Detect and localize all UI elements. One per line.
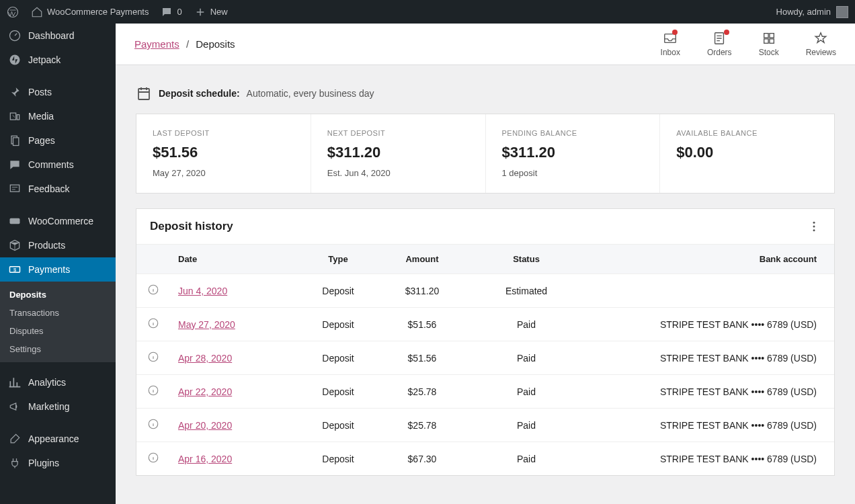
deposit-amount: $51.56 [378, 343, 466, 373]
summary-amount: $0.00 [676, 144, 818, 161]
th-bank[interactable]: Bank account [587, 245, 834, 274]
svg-rect-13 [764, 39, 768, 43]
info-icon[interactable] [147, 452, 159, 464]
pages-icon [8, 134, 22, 147]
summary-grid: LAST DEPOSIT$51.56May 27, 2020NEXT DEPOS… [136, 114, 835, 194]
svg-rect-11 [764, 34, 768, 38]
sidebar-item-label: Products [28, 240, 65, 251]
sidebar-item-feedback[interactable]: Feedback [0, 177, 116, 201]
sidebar-item-label: WooCommerce [28, 216, 93, 226]
deposit-status: Paid [466, 411, 587, 440]
th-date[interactable]: Date [170, 245, 298, 274]
svg-point-18 [813, 229, 815, 231]
nav-inbox[interactable]: Inbox [661, 31, 680, 57]
sidebar-item-woocommerce[interactable]: WooCommerce [0, 209, 116, 233]
main-content: Payments / Deposits Inbox Orders Stock R… [116, 24, 855, 504]
comments-shortcut[interactable]: 0 [161, 6, 181, 18]
nav-reviews[interactable]: Reviews [806, 31, 836, 57]
table-header-row: Date Type Amount Status Bank account [136, 245, 834, 274]
nav-stock[interactable]: Stock [759, 31, 779, 57]
megaphone-icon [8, 400, 22, 413]
sidebar-item-dashboard[interactable]: Dashboard [0, 24, 116, 48]
site-home[interactable]: WooCommerce Payments [31, 6, 149, 18]
deposit-status: Estimated [466, 276, 587, 306]
svg-rect-5 [10, 185, 19, 192]
deposit-date-link[interactable]: Apr 22, 2020 [178, 386, 232, 397]
deposit-date-link[interactable]: Apr 28, 2020 [178, 353, 232, 364]
sidebar-item-plugins[interactable]: Plugins [0, 451, 116, 475]
submenu-item-deposits[interactable]: Deposits [0, 286, 116, 304]
overflow-menu-icon[interactable] [807, 220, 821, 233]
woo-icon [8, 214, 22, 228]
sidebar-item-payments[interactable]: $Payments [0, 257, 116, 282]
sidebar-item-appearance[interactable]: Appearance [0, 427, 116, 451]
sidebar-item-posts[interactable]: Posts [0, 80, 116, 104]
th-amount[interactable]: Amount [378, 245, 466, 274]
admin-bar: WooCommerce Payments 0 New Howdy, admin [0, 0, 855, 24]
th-type[interactable]: Type [298, 245, 378, 274]
submenu-item-transactions[interactable]: Transactions [0, 304, 116, 322]
media-icon [8, 110, 22, 123]
table-row: Apr 20, 2020Deposit$25.78PaidSTRIPE TEST… [136, 409, 834, 442]
deposit-schedule: Deposit schedule: Automatic, every busin… [136, 85, 835, 101]
th-status[interactable]: Status [466, 245, 587, 274]
svg-point-0 [8, 7, 18, 17]
stock-icon [762, 31, 776, 46]
summary-cell-3: AVAILABLE BALANCE$0.00 [660, 114, 834, 193]
deposit-date-link[interactable]: Jun 4, 2020 [178, 286, 227, 296]
svg-point-2 [10, 55, 20, 65]
sidebar-item-products[interactable]: Products [0, 233, 116, 257]
info-icon[interactable] [147, 351, 159, 363]
summary-title: LAST DEPOSIT [153, 129, 294, 137]
sidebar-item-analytics[interactable]: Analytics [0, 370, 116, 394]
submenu-item-disputes[interactable]: Disputes [0, 322, 116, 340]
summary-title: AVAILABLE BALANCE [676, 129, 818, 137]
avatar[interactable] [836, 6, 848, 18]
deposit-status: Paid [466, 377, 587, 407]
plug-icon [8, 456, 22, 470]
sidebar-item-marketing[interactable]: Marketing [0, 394, 116, 419]
deposit-status: Paid [466, 310, 587, 339]
payments-submenu: DepositsTransactionsDisputesSettings [0, 282, 116, 362]
deposit-date-link[interactable]: May 27, 2020 [178, 319, 235, 330]
table-row: Apr 22, 2020Deposit$25.78PaidSTRIPE TEST… [136, 375, 834, 409]
sidebar-item-comments[interactable]: Comments [0, 153, 116, 177]
deposit-date-link[interactable]: Apr 16, 2020 [178, 454, 232, 464]
page-header: Payments / Deposits Inbox Orders Stock R… [116, 24, 855, 65]
summary-title: PENDING BALANCE [502, 129, 644, 137]
jetpack-icon [8, 53, 22, 67]
deposit-date-link[interactable]: Apr 20, 2020 [178, 420, 232, 431]
breadcrumb-parent[interactable]: Payments [134, 38, 179, 50]
info-icon[interactable] [147, 317, 159, 329]
svg-rect-15 [138, 89, 149, 99]
howdy-text[interactable]: Howdy, admin [776, 7, 831, 17]
deposit-amount: $311.20 [378, 276, 466, 306]
notification-dot [724, 30, 729, 35]
info-icon[interactable] [147, 284, 159, 296]
comment-count: 0 [177, 7, 181, 17]
submenu-item-settings[interactable]: Settings [0, 340, 116, 358]
table-row: May 27, 2020Deposit$51.56PaidSTRIPE TEST… [136, 308, 834, 341]
deposit-type: Deposit [298, 377, 378, 407]
sidebar-item-jetpack[interactable]: Jetpack [0, 48, 116, 72]
new-content[interactable]: New [194, 6, 228, 18]
deposit-amount: $67.30 [378, 444, 466, 474]
nav-orders[interactable]: Orders [707, 31, 732, 57]
site-name: WooCommerce Payments [47, 7, 149, 17]
info-icon[interactable] [147, 418, 159, 430]
star-icon [813, 31, 828, 46]
wp-logo[interactable] [7, 6, 19, 18]
info-icon[interactable] [147, 384, 159, 396]
gauge-icon [8, 29, 22, 42]
deposit-type: Deposit [298, 411, 378, 440]
deposit-bank: STRIPE TEST BANK •••• 6789 (USD) [587, 310, 834, 339]
svg-text:$: $ [13, 267, 17, 273]
deposit-bank: STRIPE TEST BANK •••• 6789 (USD) [587, 377, 834, 407]
svg-point-16 [813, 222, 815, 224]
sidebar-item-media[interactable]: Media [0, 104, 116, 128]
deposit-status: Paid [466, 343, 587, 373]
comment-icon [161, 6, 173, 18]
sidebar-item-pages[interactable]: Pages [0, 128, 116, 153]
summary-sub: May 27, 2020 [153, 168, 294, 178]
breadcrumb: Payments / Deposits [134, 38, 235, 50]
